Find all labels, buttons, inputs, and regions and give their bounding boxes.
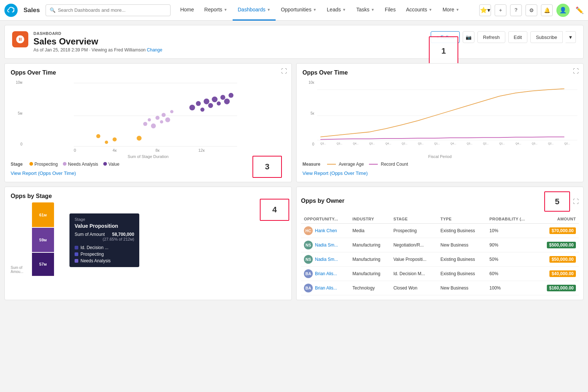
edit-button[interactable]: Edit xyxy=(508,31,527,43)
x-axis-label: Sum of Stage Duration xyxy=(11,154,286,159)
subscribe-button[interactable]: Subscribe xyxy=(530,31,563,43)
dashboard-info: DASHBOARD Sales Overview As of Jan 25, 2… xyxy=(33,31,431,53)
legend-measure: Measure xyxy=(302,162,320,167)
opps-by-owner-widget: Opps by Owner 5 ⛶ OPPORTUNITY... INDUSTR… xyxy=(296,187,584,300)
svg-text:Q2...: Q2... xyxy=(483,142,488,145)
nav-dashboards[interactable]: Dashboards ▼ xyxy=(233,0,276,21)
svg-point-17 xyxy=(200,108,204,112)
opp-industry: Manufacturing xyxy=(349,267,390,281)
opps-by-owner-title: Opps by Owner xyxy=(301,198,344,204)
opp-type: Existing Business xyxy=(438,252,487,267)
opp-name-cell[interactable]: NS Nadia Sm... xyxy=(301,238,349,252)
svg-point-8 xyxy=(148,118,151,122)
legend-value: Value xyxy=(108,162,119,167)
user-avatar[interactable]: 👤 xyxy=(556,4,570,17)
opp-industry: Technology xyxy=(349,281,390,295)
refresh-button[interactable]: Refresh xyxy=(477,31,505,43)
add-button[interactable]: ＋ xyxy=(495,4,506,16)
salesforce-logo[interactable] xyxy=(4,4,18,17)
opp-probability: 10% xyxy=(487,224,537,238)
tooltip-legend-item-1: Id. Decision ... xyxy=(75,245,134,250)
chevron-down-icon: ▼ xyxy=(342,8,346,12)
nav-more[interactable]: More ▼ xyxy=(437,0,465,21)
line-chart-svg: Q3... Q3... Q4... Q3... Q4... Q2... Q3..… xyxy=(317,79,577,152)
nav-items: Home Reports ▼ Dashboards ▼ Opportunitie… xyxy=(175,0,465,21)
opp-probability: 90% xyxy=(487,238,537,252)
opp-amount: $50,000.00 xyxy=(537,252,579,267)
line-y-min: 0 xyxy=(312,142,314,146)
nav-reports[interactable]: Reports ▼ xyxy=(199,0,233,21)
svg-point-7 xyxy=(143,122,147,126)
camera-button[interactable]: 📷 xyxy=(463,31,474,43)
opp-name-cell[interactable]: BA Brian Alis... xyxy=(301,281,349,295)
tooltip-amount-val: 58,700,000 xyxy=(112,232,134,237)
settings-button[interactable]: ⚙ xyxy=(526,4,537,16)
change-link[interactable]: Change xyxy=(147,47,162,53)
expand-icon-3[interactable]: ⛶ xyxy=(573,198,579,205)
svg-point-3 xyxy=(96,134,100,138)
search-bar[interactable]: 🔍 xyxy=(46,4,171,16)
table-row: BA Brian Alis... Technology Closed Won N… xyxy=(301,281,579,295)
nav-home[interactable]: Home xyxy=(175,0,199,21)
top-navigation: Sales 🔍 Home Reports ▼ Dashboards ▼ Oppo… xyxy=(0,0,588,21)
opp-industry: Manufacturing xyxy=(349,252,390,267)
opp-probability: 60% xyxy=(487,267,537,281)
dashboard-icon xyxy=(12,31,28,47)
opp-amount: $40,000.00 xyxy=(537,267,579,281)
nav-opportunities[interactable]: Opportunities ▼ xyxy=(276,0,322,21)
line-chart-area: 10к 5к 0 xyxy=(302,79,577,159)
nav-leads[interactable]: Leads ▼ xyxy=(322,0,351,21)
col-amount: AMOUNT xyxy=(537,215,579,224)
chevron-down-icon: ▼ xyxy=(313,8,316,12)
help-button[interactable]: ？ xyxy=(510,4,522,16)
chevron-down-icon: ▼ xyxy=(456,8,459,12)
annotation-3: 3 xyxy=(252,156,282,178)
view-report-link-1[interactable]: View Report (Opps Over Time) xyxy=(11,170,76,176)
col-stage: STAGE xyxy=(390,215,437,224)
legend-prospecting: Prospecting xyxy=(35,162,58,167)
scatter-chart-title: Opps Over Time xyxy=(11,69,286,76)
dashboard-subtitle: As of Jan 25, 2018 2:39 PM · Viewing as … xyxy=(33,47,431,53)
svg-point-16 xyxy=(196,101,201,106)
edit-icon[interactable]: ✏️ xyxy=(576,6,584,14)
svg-text:12к: 12к xyxy=(198,148,205,152)
dashboard-title: Sales Overview xyxy=(33,36,431,47)
stage-bar-3[interactable]: 57м xyxy=(32,253,54,276)
nav-files[interactable]: Files xyxy=(380,0,401,21)
view-report-link-2[interactable]: View Report (Opps Over Time) xyxy=(302,170,368,176)
svg-text:Q2...: Q2... xyxy=(564,142,570,145)
y-max: 10м xyxy=(16,80,22,84)
nav-tasks[interactable]: Tasks ▼ xyxy=(351,0,380,21)
nav-right-actions: ⭐▾ ＋ ？ ⚙ 🔔 👤 ✏️ xyxy=(479,4,584,17)
svg-text:Q3...: Q3... xyxy=(418,142,423,145)
stage-bar-2[interactable]: 59м xyxy=(32,228,54,252)
legend-record-count: Record Count xyxy=(381,162,408,167)
tooltip-name: Value Proposition xyxy=(75,223,134,229)
svg-text:Q4...: Q4... xyxy=(353,142,358,145)
expand-icon-2[interactable]: ⛶ xyxy=(573,68,579,75)
nav-accounts[interactable]: Accounts ▼ xyxy=(401,0,438,21)
svg-point-21 xyxy=(217,101,221,105)
table-row: NS Nadia Sm... Manufacturing Negotiation… xyxy=(301,238,579,252)
opps-by-stage-widget: Opps by Stage Sum of Amou... 61м 59м 57м xyxy=(4,187,292,300)
search-input[interactable] xyxy=(58,7,166,13)
col-opportunity: OPPORTUNITY... xyxy=(301,215,349,224)
tooltip-amount-label: Sum of Amount xyxy=(75,232,105,237)
svg-point-13 xyxy=(165,117,170,122)
notifications-button[interactable]: 🔔 xyxy=(541,4,553,16)
opp-name-cell[interactable]: HC Hank Chen xyxy=(301,224,349,238)
svg-text:Q3...: Q3... xyxy=(467,142,472,145)
svg-text:4к: 4к xyxy=(112,148,116,152)
opp-type: New Business xyxy=(438,238,487,252)
subscribe-dropdown-button[interactable]: ▼ xyxy=(566,31,576,43)
svg-text:Q4...: Q4... xyxy=(451,142,456,145)
stage-bar-1[interactable]: 61м xyxy=(32,202,54,227)
svg-text:Q2...: Q2... xyxy=(402,142,407,145)
opp-industry: Media xyxy=(349,224,390,238)
opp-name-cell[interactable]: BA Brian Alis... xyxy=(301,267,349,281)
opp-name-cell[interactable]: NS Nadia Sm... xyxy=(301,252,349,267)
scatter-chart-widget: Opps Over Time ⛶ 10м 5м 0 xyxy=(4,63,292,182)
expand-icon[interactable]: ⛶ xyxy=(281,68,287,75)
svg-text:8к: 8к xyxy=(155,148,159,152)
favorites-button[interactable]: ⭐▾ xyxy=(479,4,491,16)
